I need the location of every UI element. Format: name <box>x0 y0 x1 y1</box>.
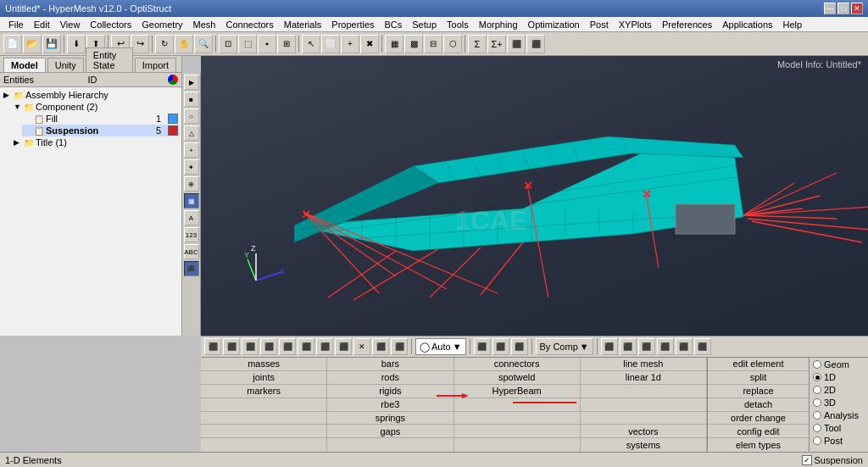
toolbar-extra1[interactable]: ⬛ <box>507 35 526 53</box>
option-post[interactable]: Post <box>813 436 865 446</box>
btool-btn-12[interactable]: ⬛ <box>474 338 491 355</box>
menu-setup[interactable]: Setup <box>407 17 442 31</box>
btool-btn-10[interactable]: ⬛ <box>372 338 389 355</box>
menu-view[interactable]: View <box>55 17 86 31</box>
menu-properties[interactable]: Properties <box>326 17 379 31</box>
btool-select-dropdown[interactable]: ◯ Auto ▼ <box>415 338 466 355</box>
vert-btn-5[interactable]: + <box>184 142 199 158</box>
btool-btn-17[interactable]: ⬛ <box>638 338 655 355</box>
vert-btn-11[interactable]: ABC <box>184 244 199 259</box>
menu-post[interactable]: Post <box>585 17 614 31</box>
toolbar-open[interactable]: 📂 <box>23 35 42 53</box>
grid-cell-rigids[interactable]: rigids <box>327 385 453 398</box>
menu-tools[interactable]: Tools <box>442 17 474 31</box>
tab-import[interactable]: Import <box>135 58 176 72</box>
grid-right-replace[interactable]: replace <box>708 385 809 398</box>
radio-geom[interactable] <box>813 360 821 369</box>
toolbar-sum[interactable]: Σ <box>468 35 487 53</box>
grid-right-split[interactable]: split <box>708 371 809 385</box>
tree-item-suspension[interactable]: 📋 Suspension 5 <box>22 125 180 136</box>
radio-post[interactable] <box>813 436 821 445</box>
grid-cell-linear1d[interactable]: linear 1d <box>581 371 707 384</box>
radio-2d[interactable] <box>813 386 821 394</box>
grid-cell-bars[interactable]: bars <box>327 358 453 370</box>
toolbar-mesh3[interactable]: ⊟ <box>424 35 442 53</box>
toolbar-wireframe[interactable]: ⬚ <box>238 35 257 53</box>
menu-edit[interactable]: Edit <box>29 17 55 31</box>
tab-unity[interactable]: Unity <box>47 58 84 72</box>
option-3d[interactable]: 3D <box>813 398 865 408</box>
grid-cell-hyperbeam[interactable]: HyperBeam <box>454 385 581 398</box>
grid-cell-rods[interactable]: rods <box>327 371 453 384</box>
tree-item-fill[interactable]: 📋 Fill 1 <box>22 113 180 125</box>
grid-cell-joints[interactable]: joints <box>201 371 327 384</box>
toolbar-create[interactable]: + <box>341 35 359 53</box>
btool-btn-16[interactable]: ⬛ <box>620 338 637 355</box>
menu-applications[interactable]: Applications <box>717 17 777 31</box>
bycomp-dropdown[interactable]: By Comp ▼ <box>536 338 593 355</box>
radio-analysis[interactable] <box>813 411 821 420</box>
toolbar-shaded[interactable]: ▪ <box>258 35 276 53</box>
btool-btn-8[interactable]: ⬛ <box>335 338 352 355</box>
toolbar-mesh2[interactable]: ▩ <box>404 35 423 53</box>
grid-cell-spotweld[interactable]: spotweld <box>454 371 581 384</box>
menu-materials[interactable]: Materials <box>279 17 327 31</box>
menu-collectors[interactable]: Collectors <box>85 17 136 31</box>
option-analysis[interactable]: Analysis <box>813 410 865 420</box>
vert-btn-4[interactable]: △ <box>184 125 199 141</box>
toolbar-redo[interactable]: ↪ <box>131 35 149 53</box>
tree-item-title[interactable]: ▶ 📁 Title (1) <box>12 136 180 148</box>
btool-btn-20[interactable]: ⬛ <box>694 338 711 355</box>
grid-cell-markers[interactable]: markers <box>201 385 327 398</box>
toolbar-save[interactable]: 💾 <box>42 35 61 53</box>
menu-geometry[interactable]: Geometry <box>136 17 187 31</box>
btool-btn-2[interactable]: ⬛ <box>223 338 240 355</box>
grid-cell-vectors[interactable]: vectors <box>581 425 707 437</box>
btool-btn-19[interactable]: ⬛ <box>676 338 693 355</box>
vert-btn-1[interactable]: ▶ <box>184 75 199 90</box>
vert-btn-7[interactable]: ⊕ <box>184 176 199 192</box>
grid-right-detach[interactable]: detach <box>708 398 809 412</box>
grid-cell-systems[interactable]: systems <box>581 438 707 452</box>
btool-btn-6[interactable]: ⬛ <box>298 338 314 355</box>
tree-item-assembly[interactable]: ▶ 📁 Assembly Hierarchy <box>2 89 180 101</box>
grid-cell-masses[interactable]: masses <box>201 358 327 370</box>
btool-btn-7[interactable]: ⬛ <box>316 338 333 355</box>
viewport[interactable]: Model Info: Untitled* <box>201 56 868 336</box>
menu-preferences[interactable]: Preferences <box>657 17 717 31</box>
option-geom[interactable]: Geom <box>813 359 865 370</box>
status-checkbox[interactable]: ✓ Suspension <box>802 455 864 465</box>
vert-btn-9[interactable]: A <box>184 210 199 225</box>
btool-btn-1[interactable]: ⬛ <box>204 338 221 355</box>
radio-1d[interactable] <box>813 373 821 381</box>
toolbar-extra2[interactable]: ⬛ <box>526 35 545 53</box>
menu-file[interactable]: File <box>3 17 29 31</box>
grid-cell-gaps[interactable]: gaps <box>327 425 453 437</box>
vert-btn-2[interactable]: ■ <box>184 92 199 107</box>
menu-morphing[interactable]: Morphing <box>474 17 523 31</box>
tab-model[interactable]: Model <box>3 58 46 72</box>
btool-btn-11[interactable]: ⬛ <box>391 338 408 355</box>
menu-optimization[interactable]: Optimization <box>523 17 585 31</box>
toolbar-fit[interactable]: ⊡ <box>219 35 237 53</box>
grid-cell-linemesh[interactable]: line mesh <box>581 358 707 370</box>
menu-bcs[interactable]: BCs <box>380 17 408 31</box>
close-button[interactable]: ✕ <box>851 3 863 14</box>
toolbar-mesh1[interactable]: ▦ <box>385 35 403 53</box>
btool-btn-9[interactable]: ✕ <box>353 338 370 355</box>
vert-btn-6[interactable]: ✦ <box>184 159 199 175</box>
radio-tool[interactable] <box>813 424 821 432</box>
vert-btn-10[interactable]: 123 <box>184 227 199 242</box>
toolbar-delete[interactable]: ✖ <box>360 35 379 53</box>
btool-btn-15[interactable]: ⬛ <box>601 338 618 355</box>
minimize-button[interactable]: — <box>824 3 836 14</box>
option-2d[interactable]: 2D <box>813 385 865 395</box>
btool-btn-3[interactable]: ⬛ <box>242 338 259 355</box>
btool-btn-18[interactable]: ⬛ <box>657 338 674 355</box>
grid-right-config-edit[interactable]: config edit <box>708 425 809 438</box>
btool-btn-13[interactable]: ⬛ <box>492 338 509 355</box>
menu-xyplots[interactable]: XYPlots <box>614 17 657 31</box>
grid-right-order-change[interactable]: order change <box>708 412 809 425</box>
tab-entity-state[interactable]: Entity State <box>86 47 133 72</box>
toolbar-zoom[interactable]: 🔍 <box>194 35 213 53</box>
